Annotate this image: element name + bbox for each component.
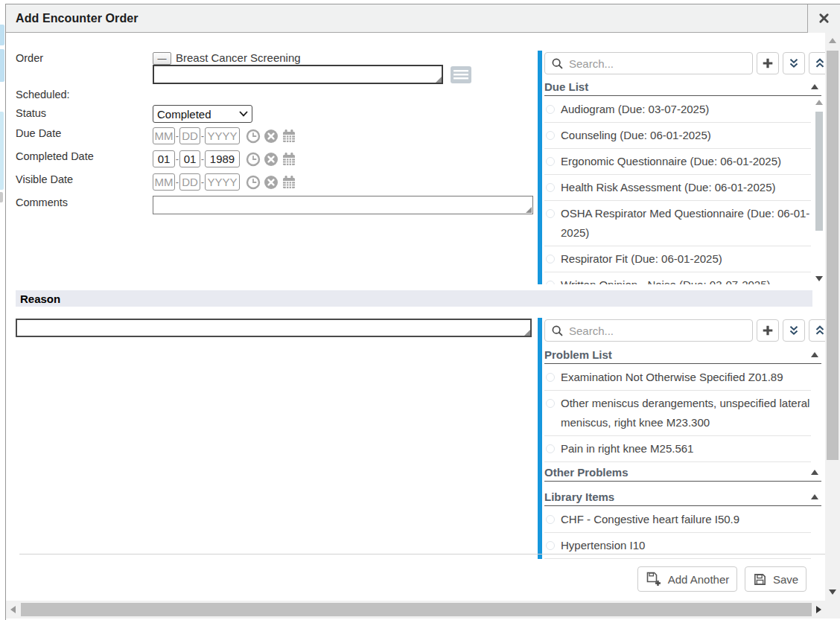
scroll-up-icon[interactable] [815,100,823,105]
list-item-label: Written Opinion - Noise (Due: 03-07-2025… [561,275,771,284]
due-list-scrollbar[interactable] [815,98,824,283]
order-remove-button[interactable]: — [153,52,171,65]
completed-date-day-input[interactable] [179,150,200,167]
item-bullet-icon [546,399,555,408]
item-bullet-icon [546,183,555,192]
due-date-row [153,127,296,144]
due-list-section-header: Due List [544,77,821,96]
vertical-scroll-thumb[interactable] [827,51,839,460]
list-item[interactable]: Other meniscus derangements, unspecified… [544,391,811,436]
status-label: Status [16,107,46,119]
item-bullet-icon [546,515,555,524]
completed-date-calendar-icon[interactable] [281,152,296,167]
problem-expand-all-button[interactable] [783,319,805,342]
due-date-calendar-icon[interactable] [281,129,296,144]
problem-list-header-label: Problem List [544,348,612,361]
completed-date-clear-icon[interactable] [264,152,279,167]
item-bullet-icon [546,255,555,263]
collapse-caret-icon[interactable] [811,352,818,357]
order-input-resize-handle[interactable] [436,77,442,83]
item-bullet-icon [546,541,555,550]
comments-input[interactable] [153,196,533,214]
list-item[interactable]: Health Risk Assessment (Due: 06-01-2025) [544,175,811,201]
collapse-caret-icon[interactable] [811,84,818,89]
completed-date-year-input[interactable] [205,150,240,167]
list-item[interactable]: Ergonomic Questionnaire (Due: 06-01-2025… [544,149,811,175]
plus-icon [761,57,774,70]
due-date-day-input[interactable] [179,127,200,144]
list-item[interactable]: Respirator Fit (Due: 06-01-2025) [544,246,811,272]
problem-add-button[interactable] [757,319,779,342]
close-button[interactable] [807,4,840,33]
reason-resize-handle[interactable] [524,330,530,336]
list-item-label: Hypertension I10 [561,536,645,555]
visible-date-day-input[interactable] [179,173,200,191]
comments-label: Comments [16,196,68,208]
due-date-time-icon[interactable] [246,129,261,144]
order-browse-button[interactable] [450,65,472,84]
double-chevron-down-icon [787,57,801,70]
dialog-horizontal-scrollbar[interactable] [6,601,825,619]
list-item[interactable]: OSHA Respirator Med Questionnaire (Due: … [544,201,811,246]
list-item[interactable]: Counseling (Due: 06-01-2025) [544,123,811,149]
list-item[interactable]: Hypertension I10 [544,533,811,559]
save-button[interactable]: Save [745,566,806,592]
dialog-vertical-scrollbar[interactable] [825,33,840,601]
scroll-down-icon[interactable] [815,276,823,281]
due-date-year-input[interactable] [205,127,240,144]
add-another-button[interactable]: Add Another [637,566,737,592]
library-items-list: CHF - Congestive heart failure I50.9 Hyp… [544,507,811,560]
item-bullet-icon [546,209,555,218]
collapse-caret-icon[interactable] [811,494,818,499]
due-list-scroll-thumb[interactable] [815,112,823,231]
order-selected-name: Breast Cancer Screening [176,51,301,64]
list-item[interactable]: Examination Not Otherwise Specified Z01.… [544,365,811,391]
list-item[interactable]: CHF - Congestive heart failure I50.9 [544,507,811,533]
scheduled-label: Scheduled: [16,89,70,100]
list-item[interactable]: Audiogram (Due: 03-07-2025) [544,97,811,123]
visible-date-clear-icon[interactable] [264,175,279,190]
scroll-right-icon[interactable] [816,606,821,613]
background-item [0,25,4,45]
problem-search-input[interactable] [569,325,748,337]
background-item [0,49,4,82]
item-bullet-icon [546,131,555,140]
due-search-input[interactable] [569,57,748,70]
scroll-up-icon[interactable] [829,38,836,43]
background-item [0,112,4,190]
due-date-clear-icon[interactable] [264,129,279,144]
order-input[interactable] [153,65,443,84]
list-item[interactable]: Written Opinion - Noise (Due: 03-07-2025… [544,272,811,284]
due-add-button[interactable] [757,52,779,74]
close-icon [818,12,830,25]
dialog-title: Add Encounter Order [6,12,139,25]
scroll-left-icon[interactable] [10,606,16,613]
visible-date-year-input[interactable] [205,173,240,191]
horizontal-scroll-thumb[interactable] [21,603,812,616]
due-panel-accent-bar [538,51,542,284]
list-icon [450,65,472,84]
due-date-label: Due Date [16,127,61,139]
reason-input[interactable] [16,319,532,337]
library-items-section-header: Library Items [544,488,821,506]
due-expand-all-button[interactable] [783,52,805,74]
problem-list-section-header: Problem List [544,345,821,364]
completed-date-month-input[interactable] [153,150,175,167]
item-bullet-icon [546,281,555,284]
visible-date-time-icon[interactable] [246,175,261,190]
collapse-caret-icon[interactable] [811,470,818,475]
visible-date-calendar-icon[interactable] [281,175,296,190]
list-item[interactable]: Pain in right knee M25.561 [544,436,811,462]
completed-date-row [153,150,296,167]
due-list: Audiogram (Due: 03-07-2025) Counseling (… [544,97,811,284]
problem-search-box [544,319,753,342]
completed-date-time-icon[interactable] [246,152,261,167]
comments-resize-handle[interactable] [526,207,532,213]
order-label: Order [16,52,43,64]
due-date-month-input[interactable] [153,127,175,144]
save-plus-icon [646,571,662,587]
status-select[interactable]: Completed [153,105,252,123]
item-bullet-icon [546,444,555,453]
visible-date-month-input[interactable] [153,173,175,191]
scroll-down-icon[interactable] [829,589,836,595]
